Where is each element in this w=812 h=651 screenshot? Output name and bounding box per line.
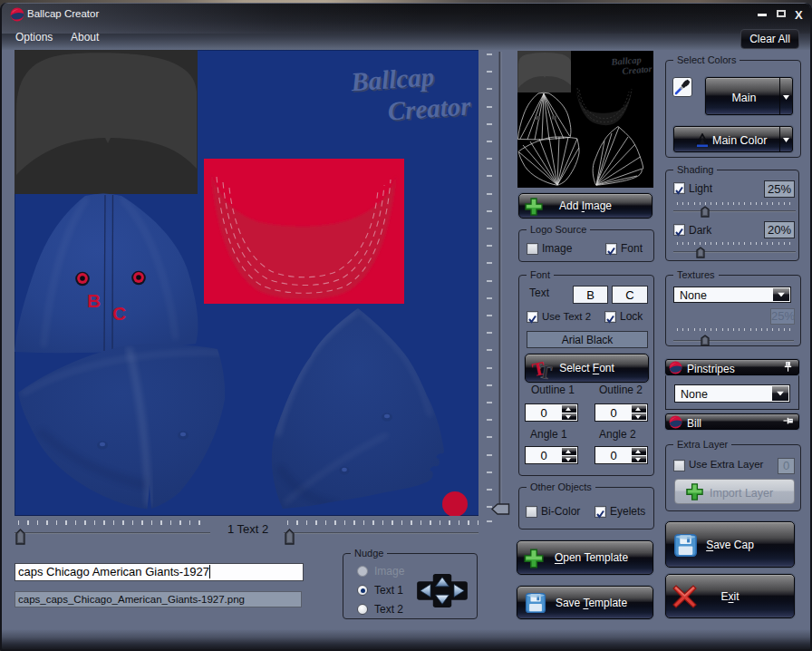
svg-text:Creator: Creator [622,63,653,76]
svg-text:Creator: Creator [387,91,473,125]
svg-text:Ballcap: Ballcap [349,62,435,96]
svg-text:B: B [87,290,101,311]
svg-text:C: C [112,303,126,324]
